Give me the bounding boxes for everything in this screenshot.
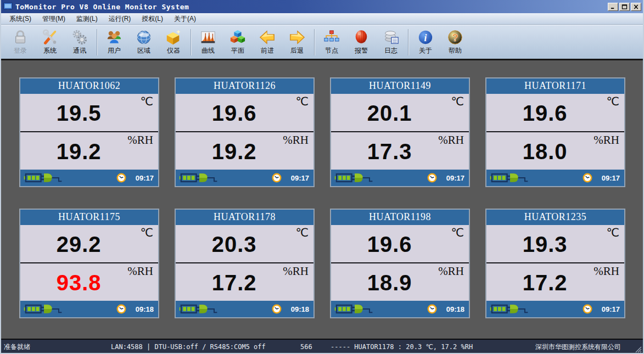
battery-power-icon (334, 302, 375, 316)
toolbar-area-button[interactable]: 区域 (129, 27, 159, 56)
temperature-unit: ℃ (451, 95, 464, 109)
toolbar-comm-button[interactable]: 通讯 (65, 27, 94, 56)
gold-cube-icon (165, 29, 182, 46)
humidity-section: 19.2 %RH (20, 132, 158, 170)
card-footer: 09:18 (331, 301, 469, 317)
reading-time: 09:18 (133, 305, 154, 313)
humidity-value: 19.2 (176, 139, 293, 164)
battery-power-icon (490, 302, 530, 316)
toolbar-plane-button[interactable]: 平面 (223, 27, 253, 56)
temperature-value: 29.2 (20, 232, 137, 257)
temperature-section: 20.3 ℃ (176, 225, 313, 262)
reading-time: 09:18 (444, 305, 464, 313)
menu-about[interactable]: 关于(A) (169, 13, 201, 25)
toolbar-node-button[interactable]: 节点 (317, 27, 346, 56)
card-footer: 09:17 (20, 170, 158, 186)
battery-power-icon (24, 302, 64, 316)
temperature-unit: ℃ (451, 226, 464, 240)
toolbar-forward-button[interactable]: 前进 (253, 27, 282, 56)
reading-time: 09:17 (133, 174, 154, 182)
temperature-unit: ℃ (140, 226, 153, 240)
battery-power-icon (179, 171, 220, 184)
temperature-unit: ℃ (295, 95, 309, 109)
battery-power-icon (24, 171, 64, 184)
menu-manage[interactable]: 管理(M) (37, 13, 71, 25)
menubar: 系统(S) 管理(M) 监测(L) 运行(R) 授权(L) 关于(A) (1, 13, 643, 25)
temperature-unit: ℃ (295, 226, 309, 240)
clock-icon (583, 173, 592, 183)
window-title: ToMonitor Pro V8 Online Monitor System (15, 3, 607, 11)
humidity-section: 17.3 %RH (331, 132, 469, 170)
toolbar-about-button[interactable]: i 关于 (411, 27, 440, 56)
app-logo-icon (3, 2, 13, 12)
reading-time: 09:17 (444, 174, 464, 182)
maximize-icon (621, 4, 628, 9)
maximize-button[interactable] (619, 3, 630, 11)
temperature-section: 19.6 ℃ (331, 225, 469, 262)
sensor-name: HUATOR1126 (176, 78, 313, 94)
toolbar-alarm-button[interactable]: 报警 (346, 27, 376, 56)
sensor-name: HUATOR1149 (331, 78, 469, 94)
sensor-card[interactable]: HUATOR1198 19.6 ℃ 18.9 %RH (330, 209, 470, 318)
sensor-card[interactable]: HUATOR1149 20.1 ℃ 17.3 %RH (330, 77, 470, 187)
sensor-card[interactable]: HUATOR1062 19.5 ℃ 19.2 %RH (19, 77, 159, 187)
temperature-unit: ℃ (140, 95, 153, 109)
temperature-unit: ℃ (606, 95, 619, 109)
sensor-card[interactable]: HUATOR1126 19.6 ℃ 19.2 %RH (175, 77, 315, 187)
menu-run[interactable]: 运行(R) (103, 13, 137, 25)
humidity-unit: %RH (127, 265, 153, 278)
toolbar-help-button[interactable]: ? 帮助 (440, 27, 470, 56)
toolbar-users-button[interactable]: 用户 (99, 27, 129, 56)
titlebar: ToMonitor Pro V8 Online Monitor System (1, 0, 643, 13)
toolbar-separator (97, 29, 97, 55)
battery-power-icon (179, 302, 220, 316)
humidity-value: 17.2 (176, 271, 293, 295)
humidity-unit: %RH (438, 265, 464, 278)
card-footer: 09:17 (176, 170, 313, 186)
temperature-section: 19.6 ℃ (486, 94, 624, 131)
alarm-icon (353, 29, 369, 46)
clock-icon (427, 304, 437, 314)
battery-power-icon (334, 171, 375, 184)
card-footer: 09:17 (486, 170, 624, 186)
humidity-section: 18.9 %RH (331, 263, 469, 301)
menu-license[interactable]: 授权(L) (136, 13, 169, 25)
toolbar-separator (314, 29, 315, 55)
menu-system[interactable]: 系统(S) (4, 13, 37, 25)
sensor-name: HUATOR1062 (20, 78, 158, 94)
toolbar-back-button[interactable]: 后退 (282, 27, 312, 56)
arrow-right-icon (289, 29, 305, 46)
close-button[interactable] (631, 3, 641, 11)
card-footer: 09:18 (20, 301, 158, 317)
temperature-value: 19.6 (486, 101, 603, 126)
sensor-card[interactable]: HUATOR1178 20.3 ℃ 17.2 %RH (175, 209, 315, 318)
toolbar-instrument-button[interactable]: 仪器 (159, 27, 188, 56)
temperature-section: 20.1 ℃ (331, 94, 469, 131)
sensor-card[interactable]: HUATOR1171 19.6 ℃ 18.0 %RH (485, 77, 625, 187)
lock-icon (12, 29, 29, 46)
toolbar-system-button[interactable]: 系统 (35, 27, 65, 56)
users-icon (106, 29, 122, 46)
temperature-section: 19.5 ℃ (20, 94, 158, 131)
humidity-value: 17.2 (486, 271, 603, 295)
humidity-section: 19.2 %RH (176, 132, 313, 170)
toolbar-log-button[interactable]: 日志 (376, 27, 406, 56)
temperature-section: 19.6 ℃ (176, 94, 313, 131)
humidity-unit: %RH (283, 265, 309, 278)
sensor-card[interactable]: HUATOR1235 19.3 ℃ 17.2 %RH (485, 209, 625, 318)
sensor-card[interactable]: HUATOR1175 29.2 ℃ 93.8 %RH (19, 209, 159, 318)
temperature-value: 19.3 (486, 232, 603, 257)
humidity-value: 18.0 (486, 139, 603, 164)
resize-grip-icon[interactable] (634, 345, 642, 353)
menu-monitor[interactable]: 监测(L) (71, 13, 103, 25)
clock-icon (272, 304, 282, 314)
gears-icon (71, 29, 88, 46)
minimize-button[interactable] (608, 3, 618, 11)
humidity-unit: %RH (593, 133, 619, 147)
temperature-value: 20.1 (331, 101, 448, 126)
help-icon: ? (447, 29, 463, 46)
clock-icon (116, 304, 126, 314)
humidity-unit: %RH (438, 133, 464, 147)
app-window: ToMonitor Pro V8 Online Monitor System 系… (0, 0, 644, 354)
toolbar-curve-button[interactable]: 曲线 (193, 27, 223, 56)
